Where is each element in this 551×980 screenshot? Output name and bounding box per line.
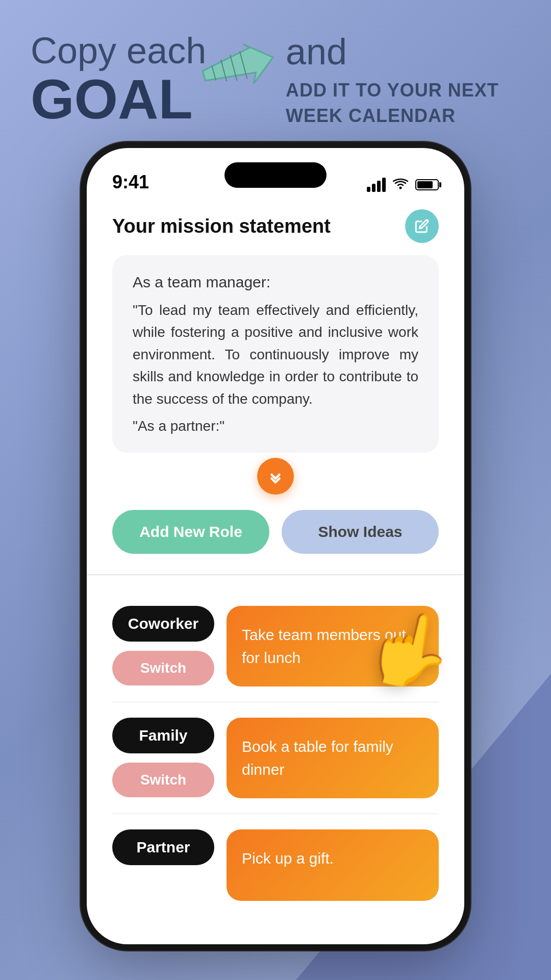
battery-icon	[415, 179, 439, 190]
edit-button[interactable]	[405, 209, 439, 243]
signal-icon	[367, 178, 386, 192]
phone-content: Your mission statement As a team manager…	[87, 199, 464, 916]
mission-box: As a team manager: "To lead my team effe…	[112, 255, 439, 453]
mission-role-label: As a team manager:	[133, 274, 418, 291]
coworker-label: Coworker	[112, 606, 214, 642]
partner-label: Partner	[112, 829, 214, 865]
coworker-card-wrapper: Take team members out for lunch 👆	[227, 606, 439, 687]
mission-header: Your mission statement	[112, 209, 439, 243]
family-card-wrapper: Book a table for family dinner	[227, 718, 439, 798]
family-goal-card[interactable]: Book a table for family dinner	[227, 718, 439, 798]
coworker-goal-card[interactable]: Take team members out for lunch	[227, 606, 439, 687]
family-label: Family	[112, 718, 214, 753]
mission-partner-intro: "As a partner:"	[133, 418, 418, 434]
table-row: Partner Pick up a gift.	[112, 814, 439, 916]
partner-goal-card[interactable]: Pick up a gift.	[227, 829, 439, 901]
header-goal: GOAL	[31, 71, 206, 127]
mission-quote: "To lead my team effectively and efficie…	[133, 299, 418, 410]
phone-frame: 9:41	[87, 148, 464, 944]
mission-title: Your mission statement	[112, 215, 331, 237]
header-subtext: ADD IT TO YOUR NEXTWEEK CALENDAR	[286, 78, 499, 129]
role-left-family: Family Switch	[112, 718, 214, 797]
role-left-coworker: Coworker Switch	[112, 606, 214, 685]
expand-button[interactable]	[257, 458, 294, 495]
status-icons	[367, 177, 439, 193]
divider	[87, 574, 464, 575]
header-line1: Copy each	[31, 31, 206, 71]
family-switch-button[interactable]: Switch	[112, 763, 214, 797]
status-time: 9:41	[112, 172, 149, 193]
header-copy-each-area: Copy each GOAL	[31, 31, 206, 127]
show-ideas-button[interactable]: Show Ideas	[282, 510, 439, 554]
coworker-switch-button[interactable]: Switch	[112, 651, 214, 685]
dynamic-island	[224, 162, 327, 188]
expand-btn-wrapper	[112, 458, 439, 495]
role-left-partner: Partner	[112, 829, 214, 865]
wifi-icon	[393, 177, 408, 193]
svg-point-5	[399, 187, 402, 189]
action-buttons: Add New Role Show Ideas	[112, 510, 439, 554]
table-row: Coworker Switch Take team members out fo…	[112, 591, 439, 702]
header-and-area: and ADD IT TO YOUR NEXTWEEK CALENDAR	[286, 31, 499, 129]
partner-card-wrapper: Pick up a gift.	[227, 829, 439, 901]
add-new-role-button[interactable]: Add New Role	[112, 510, 269, 554]
header-and-text: and	[286, 31, 499, 72]
table-row: Family Switch Book a table for family di…	[112, 702, 439, 814]
roles-section: Coworker Switch Take team members out fo…	[112, 591, 439, 916]
